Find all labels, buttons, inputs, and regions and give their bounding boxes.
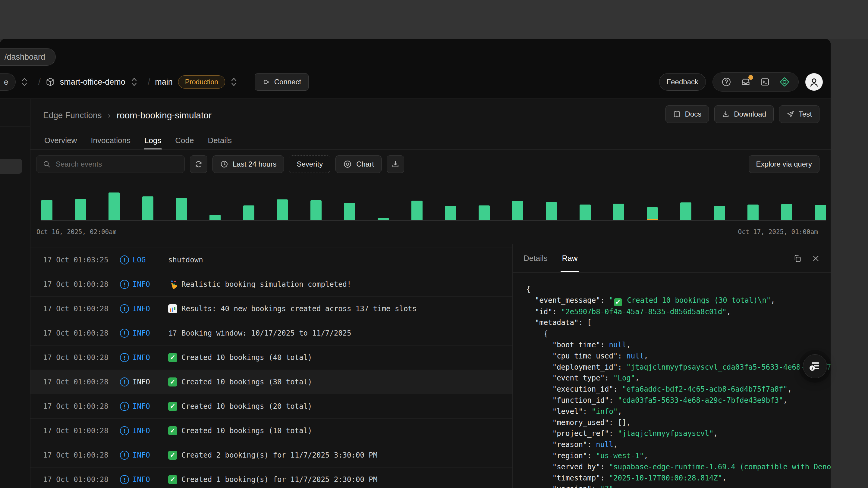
chart-bar[interactable] (680, 191, 691, 220)
chart-bar[interactable] (75, 191, 86, 220)
chart-bar[interactable] (714, 191, 725, 220)
json-token: "metadata" (526, 318, 578, 327)
download-logs-button[interactable] (387, 156, 404, 173)
search-events-input[interactable] (56, 160, 179, 168)
project-selector[interactable]: smart-office-demo (45, 77, 125, 87)
test-button[interactable]: Test (779, 105, 819, 123)
explore-via-query-label: Explore via query (756, 160, 812, 168)
raw-json[interactable]: { "event_message": "✓ Created 10 booking… (513, 273, 831, 488)
chart-bar[interactable] (445, 191, 456, 220)
log-row[interactable]: 17 Oct 01:00:28!INFO✓Created 1 booking(s… (30, 467, 513, 488)
project-switcher-chevrons-icon[interactable] (131, 77, 137, 87)
chart-bar[interactable] (344, 191, 355, 220)
chart-bar[interactable] (108, 191, 120, 220)
download-button[interactable]: Download (714, 105, 774, 123)
log-row[interactable]: 17 Oct 01:03:25!LOGshutdown (30, 248, 513, 272)
json-token: : (583, 407, 592, 416)
log-row[interactable]: 17 Oct 01:00:28!INFO✓Created 10 bookings… (30, 370, 513, 394)
tab-code[interactable]: Code (175, 130, 194, 150)
log-row[interactable]: 17 Oct 01:00:28!INFO✓Created 10 bookings… (30, 394, 513, 419)
search-icon (42, 160, 51, 168)
log-row[interactable]: 17 Oct 01:00:28!INFO✓Created 10 bookings… (30, 419, 513, 443)
org-switcher-chevrons-icon[interactable] (21, 77, 28, 87)
json-token: "served_by" (526, 463, 600, 471)
org-selector-truncated[interactable]: e (0, 73, 16, 91)
chart-bar[interactable] (210, 191, 221, 220)
hotkey-diamond-icon[interactable] (779, 76, 790, 87)
close-icon[interactable] (812, 255, 820, 262)
json-token: "reason" (526, 441, 587, 449)
chart-bar[interactable] (310, 191, 321, 220)
detail-panel-header: Details Raw (513, 244, 831, 272)
json-token: : (600, 463, 609, 471)
chart-bar-events-segment (142, 196, 153, 220)
docs-button[interactable]: Docs (665, 105, 709, 123)
breadcrumb-edge-functions[interactable]: Edge Functions (43, 110, 102, 120)
chart-bar[interactable] (478, 191, 490, 220)
chart-bar[interactable] (747, 191, 758, 220)
log-message: 17Booking window: 10/17/2025 to 11/7/202… (168, 329, 351, 338)
chart-bar[interactable] (546, 191, 557, 220)
detail-tab-details[interactable]: Details (524, 244, 547, 272)
terminal-icon[interactable] (760, 77, 770, 87)
json-token: : (604, 374, 613, 382)
log-message-text: Created 1 booking(s) for 11/7/2025 2:30:… (181, 475, 377, 484)
copy-icon[interactable] (793, 254, 802, 263)
help-icon[interactable] (721, 77, 732, 87)
json-token: "2025-10-17T00:00:28.814Z" (609, 474, 722, 482)
json-token: "region" (526, 452, 587, 460)
check-emoji-icon: ✓ (168, 426, 177, 435)
inbox-notifications-icon[interactable] (741, 77, 751, 87)
log-level-badge: !INFO (120, 402, 168, 411)
tab-logs[interactable]: Logs (144, 130, 161, 150)
chart-bar[interactable] (411, 191, 423, 220)
log-level-badge: !INFO (120, 426, 168, 435)
json-token: "boot_time" (526, 341, 600, 349)
log-row[interactable]: 17 Oct 01:00:28!INFO✓Created 2 booking(s… (30, 443, 513, 467)
log-message-text: Created 10 bookings (30 total) (181, 378, 312, 386)
time-range-button[interactable]: Last 24 hours (213, 156, 284, 173)
severity-filter-button[interactable]: Severity (289, 156, 330, 173)
plug-icon (262, 78, 270, 86)
tab-overview[interactable]: Overview (44, 130, 77, 150)
branch-switcher-chevrons-icon[interactable] (230, 77, 237, 87)
json-token: , (613, 485, 618, 488)
chart-bar[interactable] (613, 191, 624, 220)
chart-bar[interactable] (647, 191, 658, 220)
tab-details[interactable]: Details (208, 130, 231, 150)
chart-bar[interactable] (815, 191, 826, 220)
chart-bar[interactable] (142, 191, 153, 220)
chart-bar[interactable] (781, 191, 792, 220)
user-avatar[interactable] (805, 73, 823, 91)
chart-toggle-button[interactable]: Chart (336, 156, 381, 173)
explore-via-query-button[interactable]: Explore via query (749, 156, 819, 173)
assistant-fab-button[interactable] (803, 354, 827, 378)
chart-bar[interactable] (277, 191, 288, 220)
chart-bar[interactable] (243, 191, 254, 220)
log-row[interactable]: 17 Oct 01:00:28!INFORealistic booking si… (30, 272, 513, 297)
sidebar-item-partial[interactable] (0, 159, 22, 174)
chart-bar[interactable] (580, 191, 591, 220)
chart-start-label: Oct 16, 2025, 02:00am (36, 228, 117, 235)
check-emoji-icon: ✓ (168, 402, 177, 411)
log-row[interactable]: 17 Oct 01:00:28!INFO✓Created 10 bookings… (30, 346, 513, 370)
log-row[interactable]: 17 Oct 01:00:28!INFO17Booking window: 10… (30, 321, 513, 346)
check-emoji-icon: ✓ (168, 451, 177, 460)
chart-bar[interactable] (378, 191, 389, 220)
chart-bar[interactable] (176, 191, 187, 220)
json-line: "function_id": "cda03fa5-5633-4e68-a29c-… (526, 395, 831, 406)
json-token: " (609, 296, 613, 304)
refresh-button[interactable] (190, 156, 207, 173)
log-timestamp: 17 Oct 01:03:25 (43, 256, 120, 264)
chart-bar[interactable] (41, 191, 53, 220)
json-token: "us-west-1" (596, 452, 644, 460)
connect-button[interactable]: Connect (255, 73, 309, 91)
feedback-button[interactable]: Feedback (659, 73, 706, 91)
log-level-badge: !INFO (120, 280, 168, 289)
chart-bar-events-segment (310, 200, 321, 220)
log-row[interactable]: 17 Oct 01:00:28!INFOResults: 40 new book… (30, 297, 513, 321)
detail-tab-raw[interactable]: Raw (562, 244, 578, 272)
tab-invocations[interactable]: Invocations (91, 130, 130, 150)
branch-selector[interactable]: main (155, 77, 173, 87)
chart-bar[interactable] (512, 191, 523, 220)
